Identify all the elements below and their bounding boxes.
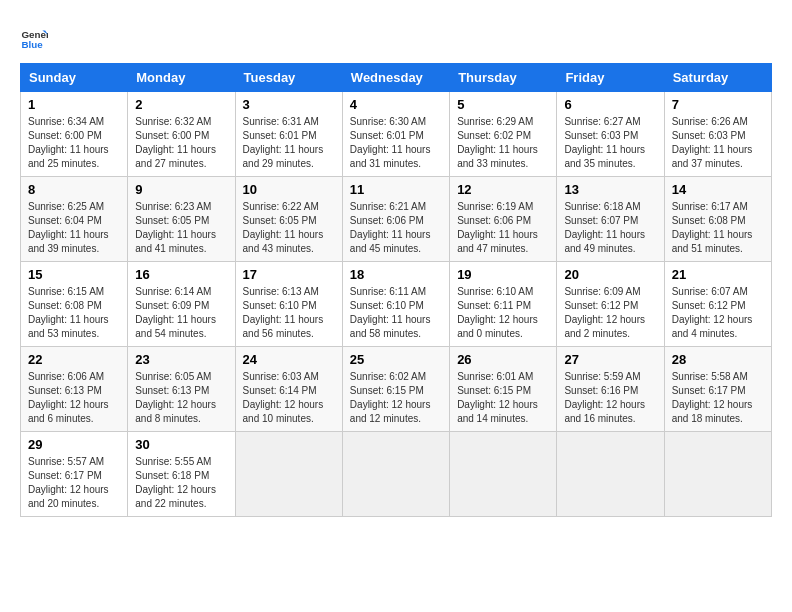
day-info: Sunrise: 5:55 AMSunset: 6:18 PMDaylight:… [135, 455, 227, 511]
day-number: 16 [135, 267, 227, 282]
logo: General Blue [20, 25, 48, 53]
calendar-day-cell: 20Sunrise: 6:09 AMSunset: 6:12 PMDayligh… [557, 262, 664, 347]
day-number: 11 [350, 182, 442, 197]
weekday-header-cell: Sunday [21, 64, 128, 92]
calendar-day-cell: 1Sunrise: 6:34 AMSunset: 6:00 PMDaylight… [21, 92, 128, 177]
calendar-day-cell: 19Sunrise: 6:10 AMSunset: 6:11 PMDayligh… [450, 262, 557, 347]
day-info: Sunrise: 6:17 AMSunset: 6:08 PMDaylight:… [672, 200, 764, 256]
day-info: Sunrise: 6:19 AMSunset: 6:06 PMDaylight:… [457, 200, 549, 256]
calendar-day-cell: 6Sunrise: 6:27 AMSunset: 6:03 PMDaylight… [557, 92, 664, 177]
day-number: 15 [28, 267, 120, 282]
day-info: Sunrise: 6:21 AMSunset: 6:06 PMDaylight:… [350, 200, 442, 256]
calendar-day-cell: 10Sunrise: 6:22 AMSunset: 6:05 PMDayligh… [235, 177, 342, 262]
svg-text:General: General [21, 29, 48, 40]
weekday-header-row: SundayMondayTuesdayWednesdayThursdayFrid… [21, 64, 772, 92]
day-info: Sunrise: 6:14 AMSunset: 6:09 PMDaylight:… [135, 285, 227, 341]
day-info: Sunrise: 5:57 AMSunset: 6:17 PMDaylight:… [28, 455, 120, 511]
calendar-day-cell: 9Sunrise: 6:23 AMSunset: 6:05 PMDaylight… [128, 177, 235, 262]
day-info: Sunrise: 6:05 AMSunset: 6:13 PMDaylight:… [135, 370, 227, 426]
day-number: 4 [350, 97, 442, 112]
day-number: 27 [564, 352, 656, 367]
calendar-day-cell: 30Sunrise: 5:55 AMSunset: 6:18 PMDayligh… [128, 432, 235, 517]
calendar-day-cell [235, 432, 342, 517]
calendar-day-cell: 25Sunrise: 6:02 AMSunset: 6:15 PMDayligh… [342, 347, 449, 432]
day-info: Sunrise: 6:01 AMSunset: 6:15 PMDaylight:… [457, 370, 549, 426]
day-info: Sunrise: 6:31 AMSunset: 6:01 PMDaylight:… [243, 115, 335, 171]
logo-icon: General Blue [20, 25, 48, 53]
day-info: Sunrise: 6:34 AMSunset: 6:00 PMDaylight:… [28, 115, 120, 171]
day-info: Sunrise: 6:30 AMSunset: 6:01 PMDaylight:… [350, 115, 442, 171]
calendar-day-cell: 2Sunrise: 6:32 AMSunset: 6:00 PMDaylight… [128, 92, 235, 177]
page-header: General Blue [20, 20, 772, 53]
day-info: Sunrise: 6:06 AMSunset: 6:13 PMDaylight:… [28, 370, 120, 426]
day-number: 8 [28, 182, 120, 197]
day-info: Sunrise: 6:02 AMSunset: 6:15 PMDaylight:… [350, 370, 442, 426]
calendar-week-row: 15Sunrise: 6:15 AMSunset: 6:08 PMDayligh… [21, 262, 772, 347]
day-number: 10 [243, 182, 335, 197]
day-number: 2 [135, 97, 227, 112]
day-info: Sunrise: 6:23 AMSunset: 6:05 PMDaylight:… [135, 200, 227, 256]
day-number: 1 [28, 97, 120, 112]
calendar-day-cell: 24Sunrise: 6:03 AMSunset: 6:14 PMDayligh… [235, 347, 342, 432]
calendar-day-cell: 7Sunrise: 6:26 AMSunset: 6:03 PMDaylight… [664, 92, 771, 177]
day-number: 19 [457, 267, 549, 282]
day-number: 9 [135, 182, 227, 197]
day-number: 7 [672, 97, 764, 112]
day-number: 24 [243, 352, 335, 367]
calendar-day-cell: 29Sunrise: 5:57 AMSunset: 6:17 PMDayligh… [21, 432, 128, 517]
day-number: 22 [28, 352, 120, 367]
day-number: 30 [135, 437, 227, 452]
day-number: 17 [243, 267, 335, 282]
day-info: Sunrise: 6:18 AMSunset: 6:07 PMDaylight:… [564, 200, 656, 256]
day-info: Sunrise: 6:25 AMSunset: 6:04 PMDaylight:… [28, 200, 120, 256]
weekday-header-cell: Wednesday [342, 64, 449, 92]
day-info: Sunrise: 6:09 AMSunset: 6:12 PMDaylight:… [564, 285, 656, 341]
calendar-day-cell [664, 432, 771, 517]
day-number: 14 [672, 182, 764, 197]
day-number: 23 [135, 352, 227, 367]
calendar-day-cell: 13Sunrise: 6:18 AMSunset: 6:07 PMDayligh… [557, 177, 664, 262]
calendar-day-cell: 18Sunrise: 6:11 AMSunset: 6:10 PMDayligh… [342, 262, 449, 347]
calendar-day-cell: 8Sunrise: 6:25 AMSunset: 6:04 PMDaylight… [21, 177, 128, 262]
calendar-week-row: 29Sunrise: 5:57 AMSunset: 6:17 PMDayligh… [21, 432, 772, 517]
weekday-header-cell: Monday [128, 64, 235, 92]
day-number: 18 [350, 267, 442, 282]
day-info: Sunrise: 5:58 AMSunset: 6:17 PMDaylight:… [672, 370, 764, 426]
weekday-header-cell: Tuesday [235, 64, 342, 92]
calendar-body: 1Sunrise: 6:34 AMSunset: 6:00 PMDaylight… [21, 92, 772, 517]
weekday-header-cell: Thursday [450, 64, 557, 92]
day-info: Sunrise: 6:15 AMSunset: 6:08 PMDaylight:… [28, 285, 120, 341]
calendar-day-cell: 11Sunrise: 6:21 AMSunset: 6:06 PMDayligh… [342, 177, 449, 262]
day-number: 13 [564, 182, 656, 197]
day-number: 5 [457, 97, 549, 112]
day-info: Sunrise: 6:22 AMSunset: 6:05 PMDaylight:… [243, 200, 335, 256]
calendar-day-cell: 3Sunrise: 6:31 AMSunset: 6:01 PMDaylight… [235, 92, 342, 177]
day-info: Sunrise: 6:32 AMSunset: 6:00 PMDaylight:… [135, 115, 227, 171]
day-info: Sunrise: 6:07 AMSunset: 6:12 PMDaylight:… [672, 285, 764, 341]
day-info: Sunrise: 6:03 AMSunset: 6:14 PMDaylight:… [243, 370, 335, 426]
calendar-day-cell: 21Sunrise: 6:07 AMSunset: 6:12 PMDayligh… [664, 262, 771, 347]
day-number: 25 [350, 352, 442, 367]
calendar-day-cell: 26Sunrise: 6:01 AMSunset: 6:15 PMDayligh… [450, 347, 557, 432]
calendar-week-row: 1Sunrise: 6:34 AMSunset: 6:00 PMDaylight… [21, 92, 772, 177]
calendar-day-cell [342, 432, 449, 517]
calendar-day-cell [557, 432, 664, 517]
calendar-day-cell: 23Sunrise: 6:05 AMSunset: 6:13 PMDayligh… [128, 347, 235, 432]
calendar-day-cell [450, 432, 557, 517]
calendar-day-cell: 14Sunrise: 6:17 AMSunset: 6:08 PMDayligh… [664, 177, 771, 262]
calendar-week-row: 8Sunrise: 6:25 AMSunset: 6:04 PMDaylight… [21, 177, 772, 262]
calendar-table: SundayMondayTuesdayWednesdayThursdayFrid… [20, 63, 772, 517]
day-number: 21 [672, 267, 764, 282]
calendar-day-cell: 17Sunrise: 6:13 AMSunset: 6:10 PMDayligh… [235, 262, 342, 347]
day-number: 26 [457, 352, 549, 367]
calendar-day-cell: 27Sunrise: 5:59 AMSunset: 6:16 PMDayligh… [557, 347, 664, 432]
day-number: 6 [564, 97, 656, 112]
day-info: Sunrise: 6:29 AMSunset: 6:02 PMDaylight:… [457, 115, 549, 171]
day-info: Sunrise: 5:59 AMSunset: 6:16 PMDaylight:… [564, 370, 656, 426]
calendar-day-cell: 28Sunrise: 5:58 AMSunset: 6:17 PMDayligh… [664, 347, 771, 432]
weekday-header-cell: Saturday [664, 64, 771, 92]
day-number: 28 [672, 352, 764, 367]
calendar-day-cell: 12Sunrise: 6:19 AMSunset: 6:06 PMDayligh… [450, 177, 557, 262]
day-number: 12 [457, 182, 549, 197]
day-info: Sunrise: 6:27 AMSunset: 6:03 PMDaylight:… [564, 115, 656, 171]
